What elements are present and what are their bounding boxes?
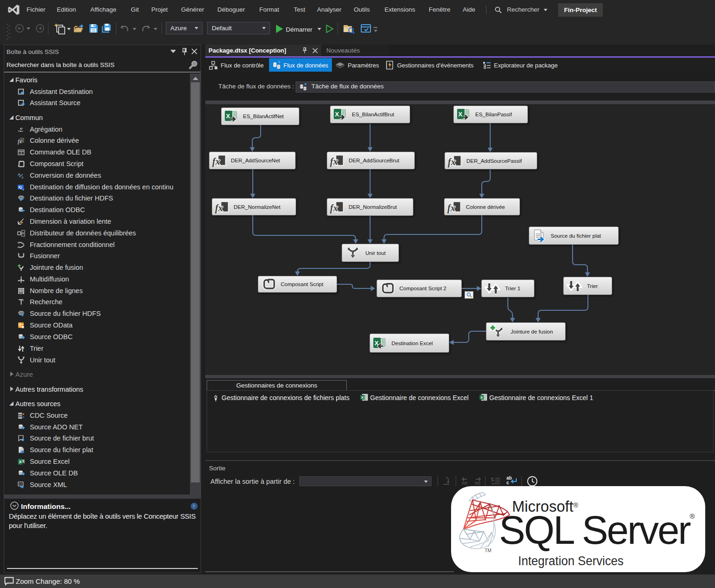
svg-text:?: ? — [193, 503, 195, 509]
svg-text:c: c — [506, 480, 509, 485]
svg-text:TM: TM — [485, 548, 492, 553]
